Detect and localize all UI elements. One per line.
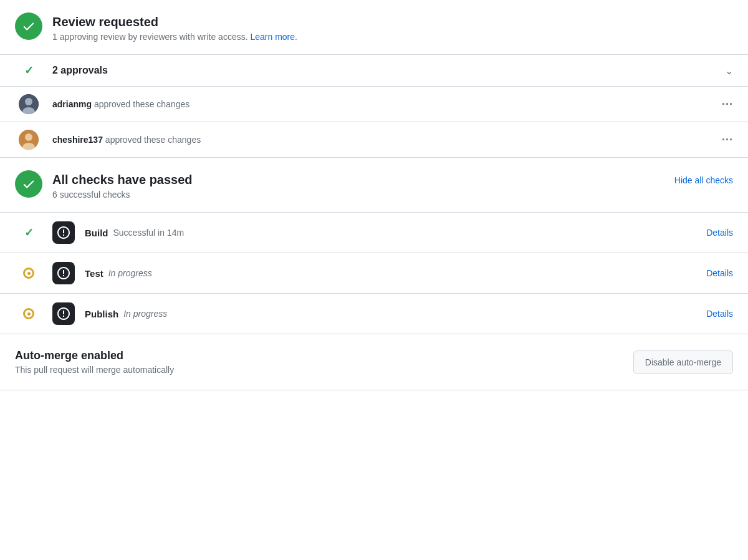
- reviewer-info-adrianmg: adrianmg approved these changes: [52, 99, 712, 109]
- check-status-publish: [15, 308, 42, 319]
- check-status-text-publish: In progress: [123, 309, 167, 319]
- all-checks-subtitle: 6 successful checks: [52, 190, 664, 200]
- details-link-test[interactable]: Details: [706, 268, 733, 278]
- review-requested-subtitle: 1 approving review by reviewers with wri…: [52, 32, 297, 42]
- check-status-test: [15, 268, 42, 279]
- pr-merge-status: Review requested 1 approving review by r…: [0, 0, 748, 390]
- reviewer-menu-cheshire[interactable]: ···: [722, 133, 733, 147]
- reviewer-row-adrianmg: adrianmg approved these changes ···: [0, 87, 748, 122]
- reviewer-action-adrianmg: approved these changes: [94, 99, 189, 109]
- checks-passed-icon: [15, 170, 42, 198]
- check-info-test: Test In progress: [85, 268, 696, 279]
- check-row-publish: Publish In progress Details: [0, 294, 748, 334]
- automerge-text-block: Auto-merge enabled This pull request wil…: [15, 349, 623, 375]
- reviewer-menu-adrianmg[interactable]: ···: [722, 98, 733, 111]
- checks-text-block: All checks have passed 6 successful chec…: [52, 170, 664, 200]
- review-check-icon: [15, 12, 42, 40]
- reviewer-name-adrianmg: adrianmg: [52, 99, 92, 109]
- yellow-progress-circle-publish: [23, 308, 34, 319]
- check-info-publish: Publish In progress: [85, 309, 696, 319]
- approvals-check-icon: ✓: [15, 64, 42, 77]
- details-link-build[interactable]: Details: [706, 228, 733, 238]
- check-status-build: ✓: [15, 226, 42, 239]
- automerge-title: Auto-merge enabled: [15, 349, 623, 362]
- check-logo-build: [52, 221, 75, 244]
- svg-point-1: [25, 98, 32, 105]
- check-logo-test: [52, 262, 75, 284]
- disable-automerge-button[interactable]: Disable auto-merge: [633, 350, 733, 374]
- svg-point-4: [25, 133, 32, 141]
- avatar-cheshire: [19, 130, 39, 150]
- review-text-block: Review requested 1 approving review by r…: [52, 12, 297, 42]
- reviewer-info-cheshire: cheshire137 approved these changes: [52, 135, 712, 145]
- check-name-test: Test: [85, 268, 103, 279]
- review-requested-title: Review requested: [52, 15, 297, 29]
- check-name-publish: Publish: [85, 309, 118, 319]
- all-checks-title: All checks have passed: [52, 173, 664, 187]
- all-checks-header: All checks have passed 6 successful chec…: [0, 158, 748, 213]
- check-logo-publish: [52, 302, 75, 325]
- hide-all-checks-link[interactable]: Hide all checks: [674, 170, 733, 185]
- approvals-label: 2 approvals: [52, 65, 715, 76]
- details-link-publish[interactable]: Details: [706, 309, 733, 319]
- check-row-test: Test In progress Details: [0, 253, 748, 294]
- reviewer-action-cheshire: approved these changes: [105, 135, 201, 145]
- automerge-subtitle: This pull request will merge automatical…: [15, 365, 623, 375]
- check-status-text-build: Successful in 14m: [113, 228, 185, 238]
- approvals-header-row[interactable]: ✓ 2 approvals ⌄: [0, 55, 748, 87]
- review-requested-section: Review requested 1 approving review by r…: [0, 0, 748, 55]
- learn-more-link[interactable]: Learn more.: [250, 32, 297, 42]
- check-status-text-test: In progress: [108, 268, 152, 278]
- automerge-section: Auto-merge enabled This pull request wil…: [0, 334, 748, 390]
- chevron-down-icon[interactable]: ⌄: [725, 65, 733, 77]
- reviewer-row-cheshire: cheshire137 approved these changes ···: [0, 122, 748, 158]
- yellow-progress-circle-test: [23, 268, 34, 279]
- avatar-adrianmg: [19, 94, 39, 114]
- check-info-build: Build Successful in 14m: [85, 228, 696, 238]
- reviewer-name-cheshire: cheshire137: [52, 135, 103, 145]
- check-name-build: Build: [85, 228, 108, 238]
- check-row-build: ✓ Build Successful in 14m Details: [0, 213, 748, 253]
